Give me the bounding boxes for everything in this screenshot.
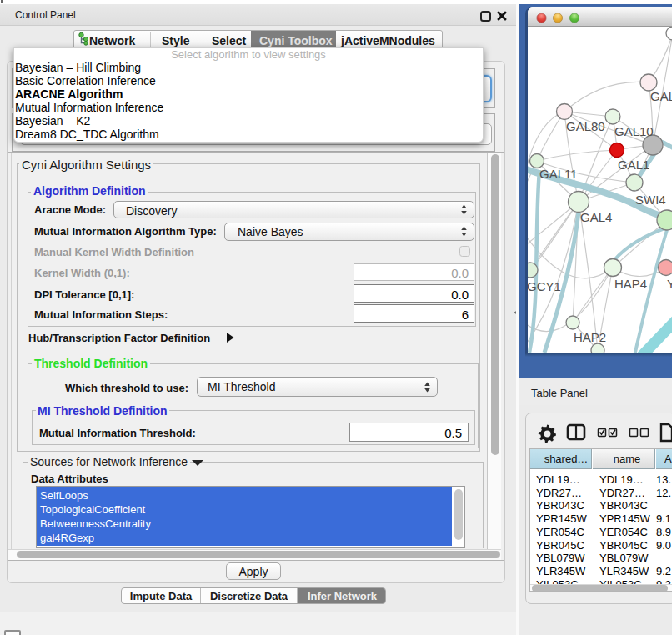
- svg-text:SWI4: SWI4: [635, 192, 666, 207]
- svg-text:GAL11: GAL11: [539, 167, 578, 181]
- svg-text:GAL80: GAL80: [566, 119, 605, 133]
- svg-text:HAP2: HAP2: [574, 330, 606, 344]
- svg-text:GAL10: GAL10: [614, 124, 654, 138]
- svg-text:GAL1: GAL1: [618, 158, 649, 172]
- svg-text:Y: Y: [667, 277, 672, 291]
- svg-text:GCY1: GCY1: [528, 279, 561, 293]
- svg-text:GAL7: GAL7: [650, 89, 672, 103]
- svg-text:GAL4: GAL4: [580, 210, 612, 224]
- svg-text:HAP4: HAP4: [614, 277, 647, 291]
